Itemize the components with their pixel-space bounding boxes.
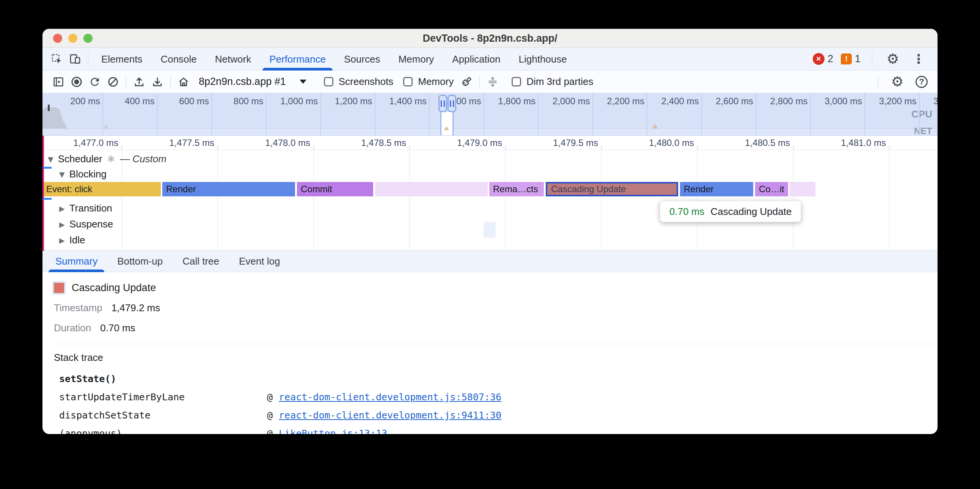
section-divider — [54, 344, 937, 344]
blocking-lane-flamechart: Event: clickRenderCommitRema…ctsCascadin… — [43, 182, 937, 196]
capture-settings-button[interactable]: ⚙ — [888, 73, 907, 91]
summary-title-row: Cascading Update — [54, 282, 937, 294]
track-grid-line — [601, 150, 602, 250]
scheduler-track-header[interactable]: ▼ Scheduler ⚛ — Custom — [48, 153, 167, 165]
tab-console[interactable]: Console — [151, 48, 205, 70]
tab-application[interactable]: Application — [443, 48, 509, 70]
stack-frame-function: (anonymous) — [59, 428, 267, 434]
details-tab-call-tree[interactable]: Call tree — [173, 250, 229, 272]
flame-bar[interactable] — [790, 182, 815, 196]
flamechart-tracks[interactable]: ▼Blocking▶Transition▶Suspense▶Idle ▼ Sch… — [43, 150, 937, 250]
stack-origin: setState() — [59, 373, 937, 384]
download-icon — [151, 76, 164, 88]
checkbox-icon — [324, 77, 333, 86]
save-profile-button[interactable] — [148, 73, 167, 91]
toolbar-right-controls: ⚙ ? — [874, 73, 931, 91]
more-options-button[interactable]: ⋮ — [910, 50, 928, 68]
stack-frame-function: startUpdateTimerByLane — [59, 392, 267, 403]
toolbar-divider — [878, 75, 878, 89]
tab-sources[interactable]: Sources — [335, 48, 389, 70]
track-grid-line — [409, 150, 410, 250]
toggle-sidebar-button[interactable] — [49, 73, 67, 91]
ruler-tick-label: 1,481.0 ms — [772, 138, 886, 148]
live-metrics-button[interactable] — [175, 73, 192, 91]
lane-suspense[interactable]: ▶Suspense — [59, 218, 113, 230]
history-dropdown[interactable]: 8p2n9n.csb.app #1 — [192, 76, 314, 87]
selection-window[interactable] — [440, 112, 453, 135]
scheduler-track-marker — [43, 136, 44, 251]
device-toolbar-button[interactable] — [66, 50, 84, 68]
details-tab-bottom-up[interactable]: Bottom-up — [107, 250, 173, 272]
flame-bar[interactable]: Co…it — [755, 182, 788, 196]
source-location-link[interactable]: react-dom-client.development.js:9411:30 — [279, 410, 501, 421]
home-icon — [178, 76, 189, 88]
checkbox-icon — [403, 77, 413, 86]
tab-lighthouse[interactable]: Lighthouse — [510, 48, 576, 70]
close-window-button[interactable] — [53, 34, 62, 43]
dim-3rd-parties-checkbox[interactable]: Dim 3rd parties — [512, 76, 593, 87]
grip-line — [444, 100, 445, 107]
summary-panel: Cascading Update Timestamp1,479.2 msDura… — [43, 282, 937, 344]
record-and-reload-button[interactable] — [86, 73, 104, 91]
tab-performance[interactable]: Performance — [260, 48, 335, 70]
timeline-overview[interactable]: CPU NET 200 ms400 ms600 ms800 ms1,000 ms… — [43, 93, 937, 136]
tab-elements[interactable]: Elements — [92, 48, 151, 70]
console-errors-badge[interactable]: ✕ 2 — [813, 53, 833, 65]
help-button[interactable]: ? — [913, 73, 931, 91]
cpu-activity-bump — [103, 125, 109, 129]
flame-bar[interactable]: Commit — [297, 182, 373, 196]
details-tab-summary[interactable]: Summary — [46, 250, 107, 272]
collapse-sections-button[interactable] — [484, 73, 502, 91]
source-location-link[interactable]: react-dom-client.development.js:5807:36 — [279, 392, 501, 403]
flame-bar[interactable] — [375, 182, 488, 196]
cpu-activity-bump — [444, 126, 449, 130]
summary-event-title: Cascading Update — [72, 282, 156, 294]
summary-row-label: Timestamp — [54, 302, 102, 314]
flame-bar[interactable]: Event: click — [43, 182, 161, 196]
lane-label: Blocking — [69, 168, 107, 180]
tab-network[interactable]: Network — [206, 48, 260, 70]
record-button[interactable] — [67, 73, 86, 91]
sidebar-toggle-icon — [52, 76, 64, 88]
lane-idle[interactable]: ▶Idle — [59, 234, 85, 246]
selection-left-handle[interactable] — [438, 95, 447, 112]
load-profile-button[interactable] — [130, 73, 148, 91]
net-lane-label: NET — [914, 126, 932, 136]
inspect-element-button[interactable] — [48, 50, 66, 68]
console-warnings-badge[interactable]: ! 1 — [841, 53, 861, 65]
collect-garbage-button[interactable] — [457, 73, 476, 91]
lane-transition[interactable]: ▶Transition — [59, 202, 112, 214]
screenshots-checkbox[interactable]: Screenshots — [324, 76, 394, 87]
warning-icon: ! — [841, 54, 852, 64]
event-tooltip: 0.70 ms Cascading Update — [660, 201, 801, 222]
source-location-link[interactable]: LikeButton.js:13:13 — [279, 428, 387, 434]
flame-bar[interactable]: Cascading Update — [546, 182, 678, 196]
details-tab-event-log[interactable]: Event log — [229, 250, 290, 272]
summary-row: Timestamp1,479.2 ms — [54, 302, 937, 314]
tab-memory[interactable]: Memory — [389, 48, 443, 70]
zoom-window-button[interactable] — [83, 34, 92, 43]
lane-blocking[interactable]: ▼Blocking — [59, 168, 107, 180]
panel-tabs: ElementsConsoleNetworkPerformanceSources… — [92, 48, 576, 70]
checkbox-icon — [512, 77, 521, 86]
scheduler-track-title: Scheduler — [58, 153, 102, 165]
error-icon: ✕ — [813, 53, 824, 65]
collapse-icon — [487, 76, 499, 88]
record-icon — [70, 75, 83, 88]
flame-bar[interactable]: Rema…cts — [489, 182, 544, 196]
clear-button[interactable] — [104, 73, 122, 91]
devtools-settings-button[interactable]: ⚙ — [884, 50, 902, 68]
stack-frame-function: dispatchSetState — [59, 410, 267, 421]
flame-bar[interactable]: Render — [680, 182, 753, 196]
minimize-window-button[interactable] — [68, 34, 77, 43]
reload-icon — [89, 76, 101, 88]
error-count: 2 — [827, 53, 833, 65]
selection-right-handle[interactable] — [447, 95, 456, 112]
history-dropdown-value: 8p2n9n.csb.app #1 — [199, 76, 286, 87]
memory-checkbox[interactable]: Memory — [403, 76, 453, 87]
kebab-menu-icon: ⋮ — [913, 53, 925, 65]
triangle-expanded-icon: ▼ — [59, 170, 65, 179]
track-grid-line — [697, 150, 698, 250]
flame-bar[interactable]: Render — [162, 182, 295, 196]
tabbar-divider — [88, 52, 88, 66]
